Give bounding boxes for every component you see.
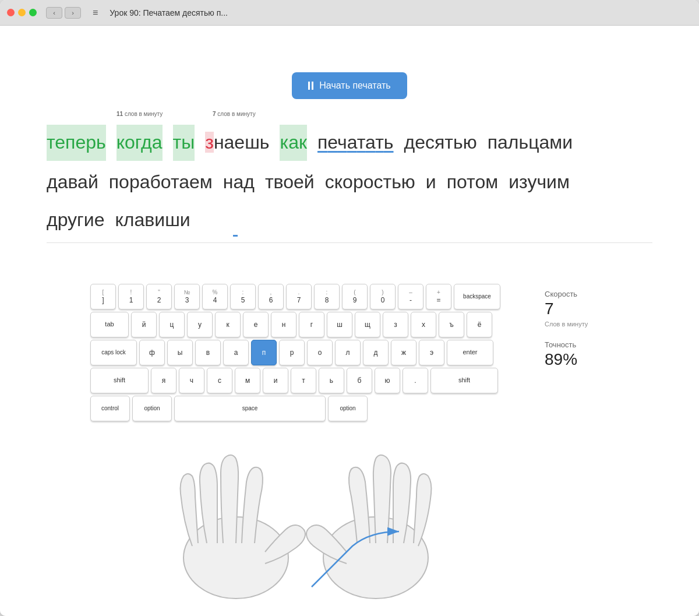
word-как: как: [280, 125, 307, 161]
forward-button[interactable]: ›: [65, 7, 81, 19]
word-над: над: [223, 166, 255, 199]
start-button-container: Начать печатать: [47, 72, 652, 99]
keyboard-row-numbers: [] !1 "2 №3 %4 :5 ,6 .7 :8 (9 )0 –- += b…: [90, 284, 521, 309]
keyboard-wrapper: [] !1 "2 №3 %4 :5 ,6 .7 :8 (9 )0 –- += b…: [84, 278, 527, 604]
word-клавиши: клавиши: [115, 203, 190, 237]
key-ч[interactable]: ч: [179, 368, 204, 393]
maximize-button[interactable]: [29, 9, 37, 16]
word-когда: когда: [116, 125, 163, 161]
stats-panel: Скорость 7 Слов в минуту Точность 89%: [545, 278, 615, 369]
word-поработаем: поработаем: [109, 166, 213, 199]
keyboard-row-2: tab й ц у к е н г ш щ з х ъ ё: [90, 312, 521, 337]
speed-value-display: 7 Слов в минуту: [545, 300, 615, 329]
close-button[interactable]: [7, 9, 15, 16]
speed-marker-1: 11 слов в минуту: [116, 111, 163, 117]
word-знаешь: знаешь: [205, 125, 269, 161]
key-д[interactable]: д: [363, 340, 389, 365]
left-hand: [181, 455, 305, 599]
key-minus[interactable]: –-: [398, 284, 423, 309]
key-ш[interactable]: ш: [327, 312, 352, 337]
key-8[interactable]: :8: [314, 284, 340, 309]
key-щ[interactable]: щ: [355, 312, 380, 337]
start-button-label: Начать печатать: [319, 80, 390, 91]
key-к[interactable]: к: [215, 312, 241, 337]
key-ы[interactable]: ы: [167, 340, 193, 365]
key-9[interactable]: (9: [342, 284, 368, 309]
hands-svg: [84, 418, 527, 604]
key-з[interactable]: з: [383, 312, 408, 337]
key-ц[interactable]: ц: [159, 312, 185, 337]
key-backspace[interactable]: backspace: [454, 284, 500, 309]
start-button[interactable]: Начать печатать: [292, 72, 407, 99]
key-0[interactable]: )0: [370, 284, 396, 309]
key-shift-left[interactable]: shift: [90, 368, 149, 393]
key-ъ[interactable]: ъ: [439, 312, 464, 337]
word-пальцами: пальцами: [488, 125, 573, 161]
keyboard-row-3: caps lock ф ы в а п р о л д ж э enter: [90, 340, 521, 365]
key-shift-right[interactable]: shift: [430, 368, 498, 393]
key-enter[interactable]: enter: [447, 340, 493, 365]
key-6[interactable]: ,6: [258, 284, 284, 309]
keyboard: [] !1 "2 №3 %4 :5 ,6 .7 :8 (9 )0 –- += b…: [84, 278, 527, 430]
key-bracket[interactable]: []: [90, 284, 116, 309]
key-л[interactable]: л: [335, 340, 361, 365]
word-теперь: теперь: [47, 125, 106, 161]
accuracy-value: 89%: [545, 350, 615, 369]
key-г[interactable]: г: [299, 312, 324, 337]
key-7[interactable]: .7: [286, 284, 312, 309]
cursor-dot: [233, 235, 238, 237]
key-п[interactable]: п: [251, 340, 277, 365]
text-display: теперь когда ты знаешь как печ: [47, 125, 652, 237]
text-line-1: теперь когда ты знаешь как печ: [47, 125, 652, 161]
key-equals[interactable]: +=: [426, 284, 451, 309]
titlebar: ‹ › ≡ Урок 90: Печатаем десятью п...: [0, 0, 699, 26]
key-а[interactable]: а: [223, 340, 249, 365]
key-х[interactable]: х: [411, 312, 436, 337]
right-hand: [306, 455, 431, 599]
key-ю[interactable]: ю: [375, 368, 400, 393]
key-м[interactable]: м: [235, 368, 260, 393]
key-4[interactable]: %4: [202, 284, 228, 309]
key-н[interactable]: н: [271, 312, 296, 337]
key-э[interactable]: э: [419, 340, 444, 365]
key-period[interactable]: .: [403, 368, 428, 393]
key-у[interactable]: у: [187, 312, 213, 337]
back-button[interactable]: ‹: [46, 7, 62, 19]
hands-overlay: [84, 418, 527, 604]
key-в[interactable]: в: [195, 340, 221, 365]
word-десятью: десятью: [404, 125, 477, 161]
word-давай: давай: [47, 166, 98, 199]
key-и[interactable]: и: [263, 368, 288, 393]
word-печатать: печатать: [317, 125, 394, 161]
word-другие: другие: [47, 203, 104, 237]
key-т[interactable]: т: [291, 368, 316, 393]
key-tab[interactable]: tab: [90, 312, 129, 337]
key-ь[interactable]: ь: [319, 368, 344, 393]
key-5[interactable]: :5: [230, 284, 256, 309]
typing-area: Начать печатать 11 слов в минуту 7 слов …: [0, 26, 699, 278]
key-capslock[interactable]: caps lock: [90, 340, 137, 365]
main-content: Начать печатать 11 слов в минуту 7 слов …: [0, 26, 699, 616]
key-ж[interactable]: ж: [391, 340, 416, 365]
key-р[interactable]: р: [279, 340, 305, 365]
menu-icon[interactable]: ≡: [93, 8, 98, 18]
key-ф[interactable]: ф: [139, 340, 165, 365]
key-1[interactable]: !1: [118, 284, 144, 309]
speed-label: Скорость: [545, 290, 615, 298]
key-2[interactable]: "2: [146, 284, 172, 309]
speed-unit: Слов в минуту: [545, 321, 588, 328]
speed-number: 7: [545, 300, 554, 318]
page-title: Урок 90: Печатаем десятью п...: [110, 8, 228, 17]
key-е[interactable]: е: [243, 312, 269, 337]
key-с[interactable]: с: [207, 368, 232, 393]
key-я[interactable]: я: [151, 368, 176, 393]
key-3[interactable]: №3: [174, 284, 200, 309]
word-изучим: изучим: [509, 166, 570, 199]
key-й[interactable]: й: [131, 312, 157, 337]
minimize-button[interactable]: [18, 9, 26, 16]
accuracy-stat: Точность 89%: [545, 340, 615, 369]
key-о[interactable]: о: [307, 340, 333, 365]
key-ё[interactable]: ё: [467, 312, 492, 337]
key-б[interactable]: б: [347, 368, 372, 393]
word-и: и: [426, 166, 436, 199]
